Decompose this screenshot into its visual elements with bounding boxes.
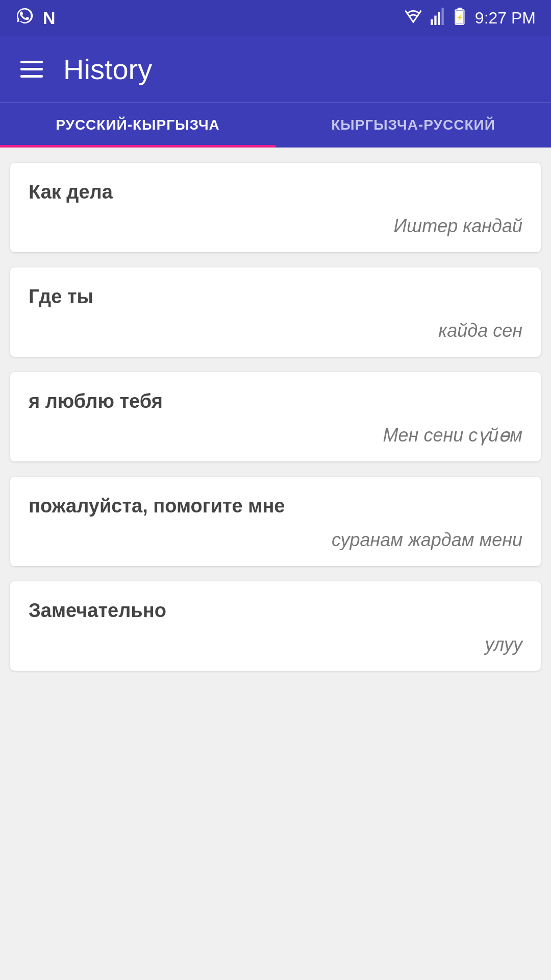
- translation-card-1[interactable]: Как дела Иштер кандай: [10, 163, 541, 252]
- card-translation-1: Иштер кандай: [29, 215, 522, 237]
- card-translation-5: улуу: [29, 634, 522, 655]
- tab-kyrgyz-russian[interactable]: КЫРГЫЗЧА-РУССКИЙ: [276, 103, 551, 148]
- svg-point-0: [412, 20, 414, 22]
- notification-icon: N: [43, 8, 56, 28]
- wifi-icon: [405, 9, 422, 27]
- menu-button[interactable]: [20, 61, 43, 78]
- svg-rect-4: [441, 8, 443, 25]
- translation-card-2[interactable]: Где ты кайда сен: [10, 267, 541, 357]
- card-source-2: Где ты: [29, 286, 522, 308]
- status-time: 9:27 PM: [475, 9, 536, 28]
- whatsapp-icon: [15, 7, 34, 29]
- card-translation-2: кайда сен: [29, 320, 522, 341]
- tabs-container: РУССКИЙ-КЫРГЫЗЧА КЫРГЫЗЧА-РУССКИЙ: [0, 102, 551, 148]
- svg-rect-3: [438, 12, 440, 25]
- translation-card-5[interactable]: Замечательно улуу: [10, 581, 541, 671]
- toolbar: History: [0, 36, 551, 102]
- status-right-icons: ⚡ 9:27 PM: [405, 8, 536, 29]
- status-bar: N ⚡ 9:27 PM: [0, 0, 551, 36]
- card-translation-4: суранам жардам мени: [29, 529, 522, 551]
- card-source-4: пожалуйста, помогите мне: [29, 495, 522, 517]
- tab-russian-kyrgyz[interactable]: РУССКИЙ-КЫРГЫЗЧА: [0, 103, 276, 148]
- translation-card-4[interactable]: пожалуйста, помогите мне суранам жардам …: [10, 477, 541, 566]
- translation-card-3[interactable]: я люблю тебя Мен сени сүйөм: [10, 372, 541, 461]
- page-title: History: [63, 53, 152, 86]
- svg-rect-1: [431, 19, 433, 24]
- content-area: Как дела Иштер кандай Где ты кайда сен я…: [0, 148, 551, 686]
- battery-icon: ⚡: [453, 8, 467, 29]
- svg-text:⚡: ⚡: [456, 13, 464, 20]
- card-source-1: Как дела: [29, 181, 522, 203]
- card-source-5: Замечательно: [29, 600, 522, 622]
- status-left-icons: N: [15, 7, 56, 29]
- card-source-3: я люблю тебя: [29, 390, 522, 412]
- signal-icon: [430, 8, 444, 29]
- svg-rect-2: [434, 15, 436, 24]
- card-translation-3: Мен сени сүйөм: [29, 425, 522, 446]
- svg-rect-6: [458, 8, 462, 10]
